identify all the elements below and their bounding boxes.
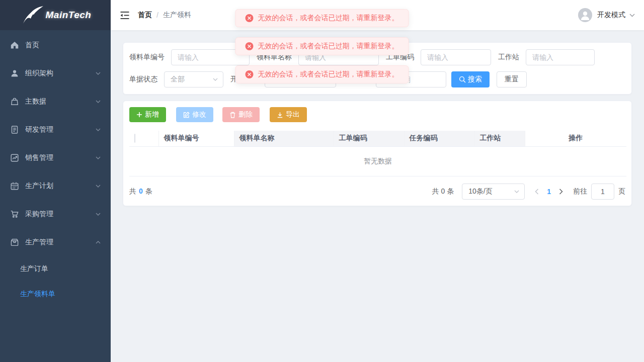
- breadcrumb-current: 生产领料: [163, 11, 191, 20]
- logo-text: MainTech: [46, 10, 92, 21]
- sidebar-item-org[interactable]: 组织架构: [0, 59, 111, 87]
- status-select-value: 全部: [171, 75, 185, 84]
- sidebar-subitem-label: 生产领料单: [20, 290, 55, 299]
- toast-message: 无效的会话，或者会话已过期，请重新登录。: [258, 14, 399, 23]
- delete-button[interactable]: 删除: [222, 107, 260, 122]
- status-select[interactable]: 全部: [164, 71, 223, 87]
- sidebar-item-production-plan[interactable]: 生产计划: [0, 172, 111, 200]
- workstation-input[interactable]: [526, 49, 595, 65]
- chevron-down-icon: [629, 14, 635, 17]
- total-count-value: 0: [139, 187, 143, 195]
- field-workstation: 工作站: [498, 49, 595, 65]
- export-button[interactable]: 导出: [270, 107, 307, 122]
- column-header[interactable]: 任务编码: [404, 131, 474, 146]
- reset-button[interactable]: 重置: [497, 71, 527, 87]
- sidebar-item-label: 采购管理: [25, 210, 53, 219]
- edit-button[interactable]: 修改: [176, 107, 213, 122]
- plus-icon: [136, 112, 142, 118]
- chevron-down-icon: [96, 185, 101, 188]
- sidebar-item-sales[interactable]: 销售管理: [0, 144, 111, 172]
- workorder-code-input[interactable]: [421, 49, 491, 65]
- chevron-down-icon: [96, 72, 101, 75]
- chevron-down-icon: [514, 190, 519, 193]
- sidebar-item-production-requisition[interactable]: 生产领料单: [0, 282, 111, 307]
- table-toolbar: 新增 修改 删除 导出: [129, 107, 625, 122]
- error-toast: 无效的会话，或者会话已过期，请重新登录。: [235, 65, 409, 83]
- search-button[interactable]: 搜索: [451, 71, 490, 87]
- home-icon: [10, 41, 19, 50]
- box-icon: [10, 238, 19, 247]
- download-icon: [277, 112, 283, 118]
- add-button[interactable]: 新增: [129, 107, 166, 122]
- bag-icon: [10, 97, 19, 106]
- avatar: [578, 8, 592, 22]
- user-menu[interactable]: 开发模式: [578, 8, 635, 22]
- sidebar-item-home[interactable]: 首页: [0, 31, 111, 59]
- error-circle-icon: [246, 42, 254, 50]
- chevron-down-icon: [96, 156, 101, 159]
- sidebar-item-label: 首页: [25, 41, 39, 50]
- pagination: 共 0 条 10条/页 1 前往 页: [432, 184, 625, 200]
- sidebar-menu: 首页 组织架构 主数据 研发管理: [0, 30, 111, 307]
- sidebar-item-rd[interactable]: 研发管理: [0, 116, 111, 144]
- column-header[interactable]: 工单编码: [334, 131, 404, 146]
- goto-label: 前往: [573, 187, 587, 196]
- empty-placeholder: 暂无数据: [129, 146, 626, 176]
- column-header[interactable]: 领料单名称: [234, 131, 334, 146]
- sidebar-item-production-mgmt[interactable]: 生产管理: [0, 228, 111, 256]
- page-size-select[interactable]: 10条/页: [462, 184, 525, 200]
- sidebar-item-label: 研发管理: [25, 125, 53, 134]
- error-toast: 无效的会话，或者会话已过期，请重新登录。: [235, 37, 409, 55]
- user-name: 开发模式: [597, 11, 625, 20]
- cart-icon: [10, 210, 19, 219]
- chevron-down-icon: [96, 100, 101, 103]
- sidebar-item-production-order[interactable]: 生产订单: [0, 256, 111, 282]
- breadcrumb-home[interactable]: 首页: [138, 11, 152, 20]
- document-icon: [10, 125, 19, 134]
- user-icon: [10, 69, 19, 78]
- next-page-button[interactable]: [556, 189, 566, 195]
- trash-icon: [229, 112, 236, 118]
- field-status: 单据状态 全部: [129, 71, 223, 87]
- breadcrumb: 首页 / 生产领料: [138, 11, 191, 20]
- sidebar-item-purchasing[interactable]: 采购管理: [0, 200, 111, 228]
- column-header: 操作: [525, 131, 626, 146]
- chevron-down-icon: [96, 128, 101, 131]
- app-logo: MainTech: [0, 0, 111, 30]
- breadcrumb-separator: /: [156, 11, 158, 19]
- page-number-1[interactable]: 1: [542, 188, 556, 196]
- error-circle-icon: [246, 70, 254, 78]
- pagination-total: 共 0 条: [432, 187, 454, 196]
- prev-page-button[interactable]: [532, 189, 542, 195]
- sidebar-subitem-label: 生产订单: [20, 264, 48, 274]
- chevron-up-icon: [96, 241, 101, 244]
- select-all-cell: [129, 131, 158, 146]
- sidebar-item-label: 主数据: [25, 97, 46, 106]
- logo-swoosh-icon: [20, 5, 45, 25]
- column-header[interactable]: 工作站: [474, 131, 525, 146]
- empty-row: 暂无数据: [129, 146, 626, 176]
- error-circle-icon: [246, 14, 254, 22]
- field-requisition-no: 领料单编号: [129, 49, 250, 65]
- sidebar-item-label: 生产计划: [25, 182, 53, 191]
- sidebar-collapse-icon[interactable]: [120, 11, 130, 20]
- column-header[interactable]: 领料单编号: [158, 131, 234, 146]
- search-icon: [459, 76, 466, 83]
- field-label: 工作站: [498, 53, 519, 62]
- goto-suffix: 页: [618, 187, 625, 196]
- goto-page-input[interactable]: [591, 184, 614, 200]
- select-all-checkbox[interactable]: [134, 134, 135, 143]
- chevron-down-icon: [213, 78, 218, 81]
- table-card: 新增 修改 删除 导出: [123, 101, 632, 206]
- data-table: 领料单编号 领料单名称 工单编码 任务编码 工作站 操作 暂无数据: [129, 131, 626, 176]
- calendar-icon: [10, 182, 19, 191]
- sidebar-item-master-data[interactable]: 主数据: [0, 87, 111, 116]
- field-label: 单据状态: [129, 75, 157, 84]
- chevron-down-icon: [96, 213, 101, 216]
- sidebar-item-label: 组织架构: [25, 69, 53, 78]
- error-toast: 无效的会话，或者会话已过期，请重新登录。: [235, 9, 409, 27]
- sidebar-item-label: 销售管理: [25, 153, 53, 162]
- toast-message: 无效的会话，或者会话已过期，请重新登录。: [258, 70, 399, 79]
- field-label: 领料单编号: [129, 53, 165, 62]
- table-footer: 共0条 共 0 条 10条/页 1 前往: [129, 184, 625, 200]
